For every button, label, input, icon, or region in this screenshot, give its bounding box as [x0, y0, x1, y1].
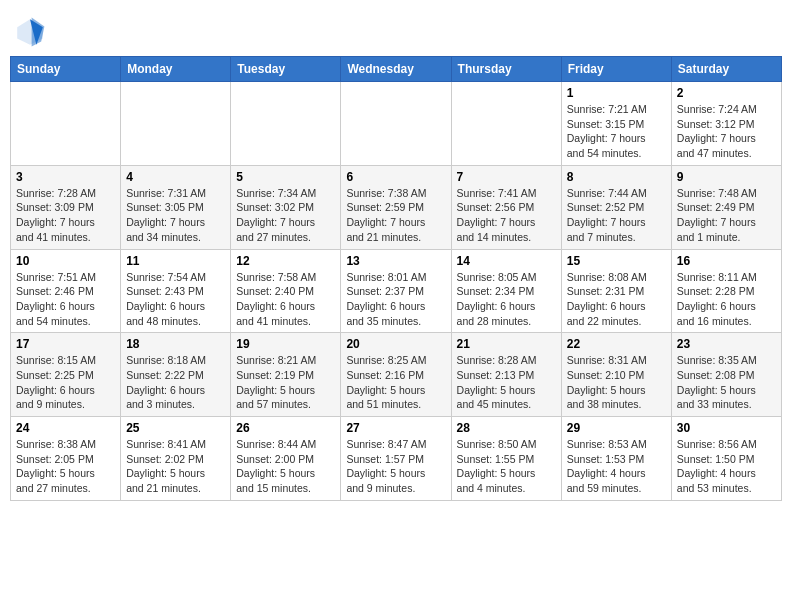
day-number: 28 — [457, 421, 556, 435]
day-number: 12 — [236, 254, 335, 268]
day-number: 27 — [346, 421, 445, 435]
calendar-cell — [231, 82, 341, 166]
calendar-cell: 11Sunrise: 7:54 AM Sunset: 2:43 PM Dayli… — [121, 249, 231, 333]
day-info: Sunrise: 8:53 AM Sunset: 1:53 PM Dayligh… — [567, 437, 666, 496]
calendar-cell — [341, 82, 451, 166]
day-number: 17 — [16, 337, 115, 351]
day-of-week-header: Sunday — [11, 57, 121, 82]
day-number: 2 — [677, 86, 776, 100]
day-info: Sunrise: 8:31 AM Sunset: 2:10 PM Dayligh… — [567, 353, 666, 412]
calendar-cell: 24Sunrise: 8:38 AM Sunset: 2:05 PM Dayli… — [11, 417, 121, 501]
day-info: Sunrise: 7:31 AM Sunset: 3:05 PM Dayligh… — [126, 186, 225, 245]
day-info: Sunrise: 8:38 AM Sunset: 2:05 PM Dayligh… — [16, 437, 115, 496]
calendar-week-row: 17Sunrise: 8:15 AM Sunset: 2:25 PM Dayli… — [11, 333, 782, 417]
day-info: Sunrise: 7:34 AM Sunset: 3:02 PM Dayligh… — [236, 186, 335, 245]
calendar-cell: 16Sunrise: 8:11 AM Sunset: 2:28 PM Dayli… — [671, 249, 781, 333]
day-info: Sunrise: 7:54 AM Sunset: 2:43 PM Dayligh… — [126, 270, 225, 329]
day-info: Sunrise: 7:44 AM Sunset: 2:52 PM Dayligh… — [567, 186, 666, 245]
calendar-week-row: 24Sunrise: 8:38 AM Sunset: 2:05 PM Dayli… — [11, 417, 782, 501]
day-number: 13 — [346, 254, 445, 268]
calendar-cell: 28Sunrise: 8:50 AM Sunset: 1:55 PM Dayli… — [451, 417, 561, 501]
day-number: 18 — [126, 337, 225, 351]
calendar-cell: 20Sunrise: 8:25 AM Sunset: 2:16 PM Dayli… — [341, 333, 451, 417]
day-number: 6 — [346, 170, 445, 184]
day-info: Sunrise: 8:50 AM Sunset: 1:55 PM Dayligh… — [457, 437, 556, 496]
calendar-cell: 12Sunrise: 7:58 AM Sunset: 2:40 PM Dayli… — [231, 249, 341, 333]
calendar-cell: 22Sunrise: 8:31 AM Sunset: 2:10 PM Dayli… — [561, 333, 671, 417]
calendar-table: SundayMondayTuesdayWednesdayThursdayFrid… — [10, 56, 782, 501]
day-info: Sunrise: 7:28 AM Sunset: 3:09 PM Dayligh… — [16, 186, 115, 245]
day-info: Sunrise: 8:56 AM Sunset: 1:50 PM Dayligh… — [677, 437, 776, 496]
day-number: 29 — [567, 421, 666, 435]
calendar-cell: 19Sunrise: 8:21 AM Sunset: 2:19 PM Dayli… — [231, 333, 341, 417]
calendar-cell — [11, 82, 121, 166]
day-info: Sunrise: 8:35 AM Sunset: 2:08 PM Dayligh… — [677, 353, 776, 412]
day-number: 3 — [16, 170, 115, 184]
day-number: 7 — [457, 170, 556, 184]
day-number: 20 — [346, 337, 445, 351]
day-info: Sunrise: 8:05 AM Sunset: 2:34 PM Dayligh… — [457, 270, 556, 329]
day-of-week-header: Wednesday — [341, 57, 451, 82]
calendar-cell: 9Sunrise: 7:48 AM Sunset: 2:49 PM Daylig… — [671, 165, 781, 249]
calendar-header-row: SundayMondayTuesdayWednesdayThursdayFrid… — [11, 57, 782, 82]
calendar-cell: 2Sunrise: 7:24 AM Sunset: 3:12 PM Daylig… — [671, 82, 781, 166]
day-of-week-header: Saturday — [671, 57, 781, 82]
day-number: 16 — [677, 254, 776, 268]
day-number: 30 — [677, 421, 776, 435]
calendar-cell: 18Sunrise: 8:18 AM Sunset: 2:22 PM Dayli… — [121, 333, 231, 417]
calendar-cell: 14Sunrise: 8:05 AM Sunset: 2:34 PM Dayli… — [451, 249, 561, 333]
day-info: Sunrise: 8:11 AM Sunset: 2:28 PM Dayligh… — [677, 270, 776, 329]
day-number: 24 — [16, 421, 115, 435]
calendar-week-row: 1Sunrise: 7:21 AM Sunset: 3:15 PM Daylig… — [11, 82, 782, 166]
day-info: Sunrise: 8:21 AM Sunset: 2:19 PM Dayligh… — [236, 353, 335, 412]
day-info: Sunrise: 7:48 AM Sunset: 2:49 PM Dayligh… — [677, 186, 776, 245]
calendar-cell: 21Sunrise: 8:28 AM Sunset: 2:13 PM Dayli… — [451, 333, 561, 417]
day-info: Sunrise: 7:38 AM Sunset: 2:59 PM Dayligh… — [346, 186, 445, 245]
day-number: 26 — [236, 421, 335, 435]
day-number: 5 — [236, 170, 335, 184]
calendar-cell: 13Sunrise: 8:01 AM Sunset: 2:37 PM Dayli… — [341, 249, 451, 333]
calendar-cell: 15Sunrise: 8:08 AM Sunset: 2:31 PM Dayli… — [561, 249, 671, 333]
day-number: 25 — [126, 421, 225, 435]
calendar-cell: 26Sunrise: 8:44 AM Sunset: 2:00 PM Dayli… — [231, 417, 341, 501]
calendar-cell: 27Sunrise: 8:47 AM Sunset: 1:57 PM Dayli… — [341, 417, 451, 501]
calendar-week-row: 10Sunrise: 7:51 AM Sunset: 2:46 PM Dayli… — [11, 249, 782, 333]
page-header — [10, 10, 782, 48]
calendar-cell: 25Sunrise: 8:41 AM Sunset: 2:02 PM Dayli… — [121, 417, 231, 501]
day-number: 15 — [567, 254, 666, 268]
day-info: Sunrise: 8:25 AM Sunset: 2:16 PM Dayligh… — [346, 353, 445, 412]
calendar-cell: 30Sunrise: 8:56 AM Sunset: 1:50 PM Dayli… — [671, 417, 781, 501]
day-number: 11 — [126, 254, 225, 268]
calendar-cell: 7Sunrise: 7:41 AM Sunset: 2:56 PM Daylig… — [451, 165, 561, 249]
day-info: Sunrise: 8:44 AM Sunset: 2:00 PM Dayligh… — [236, 437, 335, 496]
day-info: Sunrise: 7:24 AM Sunset: 3:12 PM Dayligh… — [677, 102, 776, 161]
day-number: 19 — [236, 337, 335, 351]
calendar-cell: 6Sunrise: 7:38 AM Sunset: 2:59 PM Daylig… — [341, 165, 451, 249]
day-number: 9 — [677, 170, 776, 184]
day-of-week-header: Monday — [121, 57, 231, 82]
day-info: Sunrise: 7:51 AM Sunset: 2:46 PM Dayligh… — [16, 270, 115, 329]
day-info: Sunrise: 7:21 AM Sunset: 3:15 PM Dayligh… — [567, 102, 666, 161]
day-of-week-header: Friday — [561, 57, 671, 82]
calendar-cell: 8Sunrise: 7:44 AM Sunset: 2:52 PM Daylig… — [561, 165, 671, 249]
day-info: Sunrise: 8:01 AM Sunset: 2:37 PM Dayligh… — [346, 270, 445, 329]
day-info: Sunrise: 8:28 AM Sunset: 2:13 PM Dayligh… — [457, 353, 556, 412]
day-of-week-header: Tuesday — [231, 57, 341, 82]
calendar-cell — [451, 82, 561, 166]
day-info: Sunrise: 7:58 AM Sunset: 2:40 PM Dayligh… — [236, 270, 335, 329]
day-number: 4 — [126, 170, 225, 184]
day-info: Sunrise: 8:47 AM Sunset: 1:57 PM Dayligh… — [346, 437, 445, 496]
calendar-cell: 3Sunrise: 7:28 AM Sunset: 3:09 PM Daylig… — [11, 165, 121, 249]
day-number: 21 — [457, 337, 556, 351]
day-info: Sunrise: 7:41 AM Sunset: 2:56 PM Dayligh… — [457, 186, 556, 245]
calendar-cell: 10Sunrise: 7:51 AM Sunset: 2:46 PM Dayli… — [11, 249, 121, 333]
day-info: Sunrise: 8:41 AM Sunset: 2:02 PM Dayligh… — [126, 437, 225, 496]
calendar-cell: 17Sunrise: 8:15 AM Sunset: 2:25 PM Dayli… — [11, 333, 121, 417]
calendar-cell: 29Sunrise: 8:53 AM Sunset: 1:53 PM Dayli… — [561, 417, 671, 501]
day-info: Sunrise: 8:08 AM Sunset: 2:31 PM Dayligh… — [567, 270, 666, 329]
day-number: 1 — [567, 86, 666, 100]
logo-icon — [14, 16, 46, 48]
day-number: 14 — [457, 254, 556, 268]
calendar-cell: 23Sunrise: 8:35 AM Sunset: 2:08 PM Dayli… — [671, 333, 781, 417]
day-number: 10 — [16, 254, 115, 268]
